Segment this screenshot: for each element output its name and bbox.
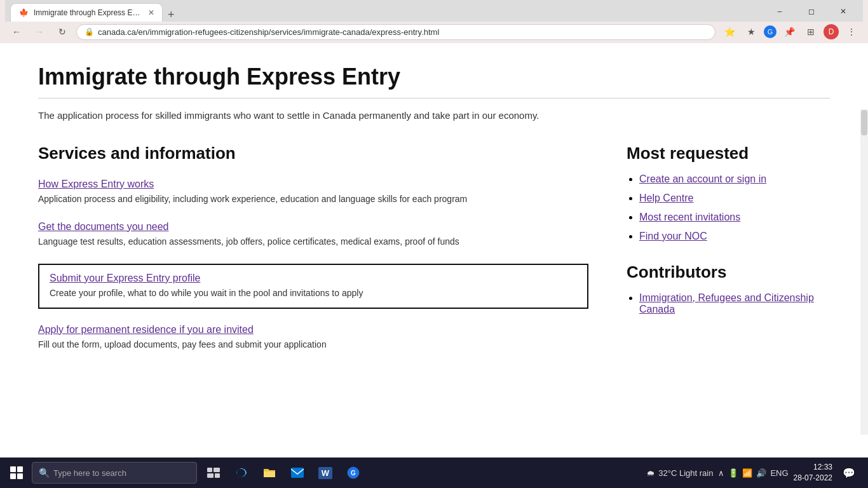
page-content: Immigrate through Express Entry The appl… [0, 43, 868, 435]
tab-title: Immigrate through Express Entry [34, 8, 143, 17]
extensions-icon[interactable]: ⭐ [721, 23, 738, 41]
start-button[interactable] [3, 459, 31, 487]
restore-button[interactable]: ◻ [797, 1, 826, 22]
service-item-get-docs: Get the documents you need Language test… [38, 221, 588, 248]
link-create-account[interactable]: Create an account or sign in [639, 173, 766, 184]
scrollbar-thumb[interactable] [861, 110, 867, 135]
services-section-title: Services and information [38, 144, 588, 163]
browser-chrome: 🍁 Immigrate through Express Entry ✕ + – … [0, 0, 868, 43]
toolbar-icons: ⭐ ★ G 📌 ⊞ D ⋮ [721, 23, 860, 41]
sidebar-column: Most requested Create an account or sign… [627, 144, 830, 367]
language-indicator: ENG [770, 468, 788, 478]
service-desc-get-docs: Language test results, education assessm… [38, 235, 588, 248]
close-button[interactable]: ✕ [829, 1, 858, 22]
favorites-icon[interactable]: ★ [742, 23, 760, 41]
taskbar-apps: W G [201, 460, 366, 485]
back-button[interactable]: ← [8, 23, 25, 41]
taskbar-search-placeholder: Type here to search [53, 468, 126, 478]
taskbar-right: 🌧 32°C Light rain ∧ 🔋 📶 🔊 ENG 12:33 28-0… [646, 461, 865, 484]
profile-icon[interactable]: D [824, 24, 839, 39]
service-item-how-works: How Express Entry works Application proc… [38, 179, 588, 206]
weather-text: 32°C Light rain [658, 468, 713, 478]
up-arrow-icon[interactable]: ∧ [718, 468, 724, 478]
date-display: 28-07-2022 [794, 473, 832, 484]
svg-rect-3 [215, 473, 220, 478]
link-most-recent-invitations[interactable]: Most recent invitations [639, 212, 740, 222]
list-item-help-centre: Help Centre [639, 193, 830, 204]
list-item-most-recent-invitations: Most recent invitations [639, 212, 830, 223]
svg-text:G: G [351, 470, 356, 477]
browser-extension-1[interactable]: G [764, 25, 776, 38]
taskbar-mail[interactable] [285, 460, 310, 485]
list-item-ircc: Immigration, Refugees and Citizenship Ca… [639, 292, 830, 315]
volume-icon[interactable]: 🔊 [756, 468, 766, 478]
contributors-title: Contributors [627, 262, 830, 282]
split-screen-icon[interactable]: ⊞ [802, 23, 820, 41]
service-desc-how-works: Application process and eligibility, inc… [38, 193, 588, 206]
reload-button[interactable]: ↻ [53, 23, 71, 41]
taskbar-task-view[interactable] [201, 460, 226, 485]
link-find-noc[interactable]: Find your NOC [639, 231, 707, 241]
svg-rect-0 [207, 468, 212, 472]
address-bar: ← → ↻ 🔒 canada.ca/en/immigration-refugee… [0, 20, 868, 43]
notification-button[interactable]: 💬 [837, 461, 860, 484]
tab-favicon: 🍁 [18, 8, 29, 18]
taskbar-word[interactable]: W [313, 460, 338, 485]
taskbar: 🔍 Type here to search [0, 458, 868, 488]
network-icon: 📶 [742, 468, 752, 478]
forward-button[interactable]: → [31, 23, 48, 41]
most-requested-list: Create an account or sign in Help Centre… [627, 173, 830, 242]
service-desc-submit-profile: Create your profile, what to do while yo… [50, 287, 577, 300]
taskbar-file-explorer[interactable] [257, 460, 282, 485]
window-controls: – ◻ ✕ [765, 1, 858, 22]
page-title: Immigrate through Express Entry [38, 64, 830, 90]
service-link-apply-pr[interactable]: Apply for permanent residence if you are… [38, 324, 588, 336]
main-column: Services and information How Express Ent… [38, 144, 588, 367]
more-options-button[interactable]: ⋮ [843, 23, 860, 41]
list-item-find-noc: Find your NOC [639, 231, 830, 242]
lock-icon: 🔒 [85, 27, 94, 36]
tab-bar: 🍁 Immigrate through Express Entry ✕ + – … [5, 0, 863, 22]
taskbar-edge[interactable] [229, 460, 254, 485]
service-item-submit-profile: Submit your Express Entry profile Create… [38, 264, 588, 309]
content-area: Services and information How Express Ent… [38, 144, 830, 367]
service-link-submit-profile[interactable]: Submit your Express Entry profile [50, 273, 577, 284]
title-bar: 🍁 Immigrate through Express Entry ✕ + – … [0, 0, 868, 20]
new-tab-button[interactable]: + [163, 8, 180, 22]
link-ircc[interactable]: Immigration, Refugees and Citizenship Ca… [639, 292, 814, 315]
minimize-button[interactable]: – [765, 1, 794, 22]
link-help-centre[interactable]: Help Centre [639, 193, 693, 203]
service-link-get-docs[interactable]: Get the documents you need [38, 221, 588, 233]
taskbar-maps[interactable]: G [341, 460, 366, 485]
browser-extension-2[interactable]: 📌 [780, 23, 798, 41]
time-display: 12:33 [794, 462, 832, 473]
service-item-apply-pr: Apply for permanent residence if you are… [38, 324, 588, 351]
weather-info: 🌧 32°C Light rain [646, 468, 713, 478]
weather-icon: 🌧 [646, 468, 654, 478]
tab-close-button[interactable]: ✕ [148, 8, 154, 17]
page-subtitle: The application process for skilled immi… [38, 109, 830, 123]
active-tab[interactable]: 🍁 Immigrate through Express Entry ✕ [10, 3, 163, 22]
taskbar-search-icon: 🔍 [39, 468, 50, 478]
service-desc-apply-pr: Fill out the form, upload documents, pay… [38, 338, 588, 351]
most-requested-title: Most requested [627, 144, 830, 163]
url-input[interactable]: 🔒 canada.ca/en/immigration-refugees-citi… [76, 24, 715, 40]
system-tray-icons: ∧ 🔋 📶 🔊 ENG [718, 468, 788, 478]
windows-logo-icon [10, 466, 23, 479]
svg-rect-1 [214, 468, 220, 472]
svg-rect-2 [207, 473, 214, 478]
battery-icon: 🔋 [728, 468, 738, 478]
contributors-list: Immigration, Refugees and Citizenship Ca… [627, 292, 830, 315]
taskbar-search-box[interactable]: 🔍 Type here to search [32, 462, 197, 484]
scrollbar[interactable] [860, 109, 868, 435]
clock: 12:33 28-07-2022 [794, 462, 832, 484]
service-link-how-works[interactable]: How Express Entry works [38, 179, 588, 190]
url-text: canada.ca/en/immigration-refugees-citize… [98, 27, 439, 37]
svg-rect-4 [291, 468, 304, 478]
title-divider [38, 98, 830, 98]
list-item-create-account: Create an account or sign in [639, 173, 830, 185]
